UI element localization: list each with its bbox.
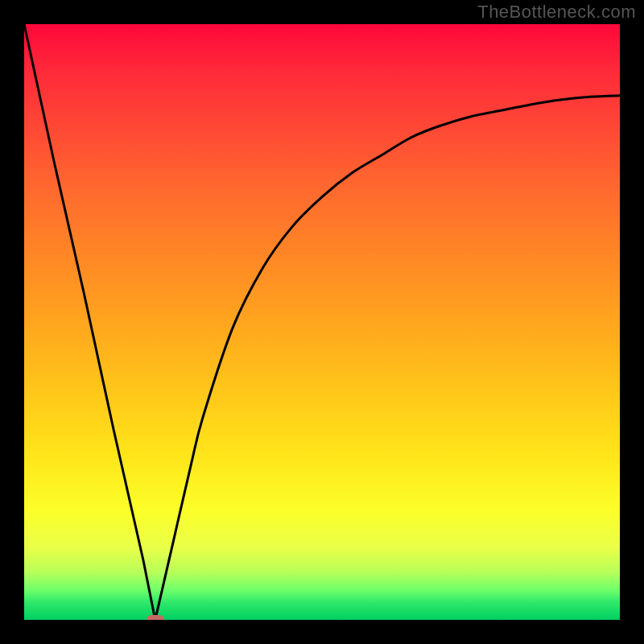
vertex-marker: [147, 615, 164, 620]
watermark-text: TheBottleneck.com: [477, 2, 636, 23]
bottleneck-curve: [24, 24, 620, 620]
plot-area: [24, 24, 620, 620]
chart-frame: TheBottleneck.com: [0, 0, 644, 644]
